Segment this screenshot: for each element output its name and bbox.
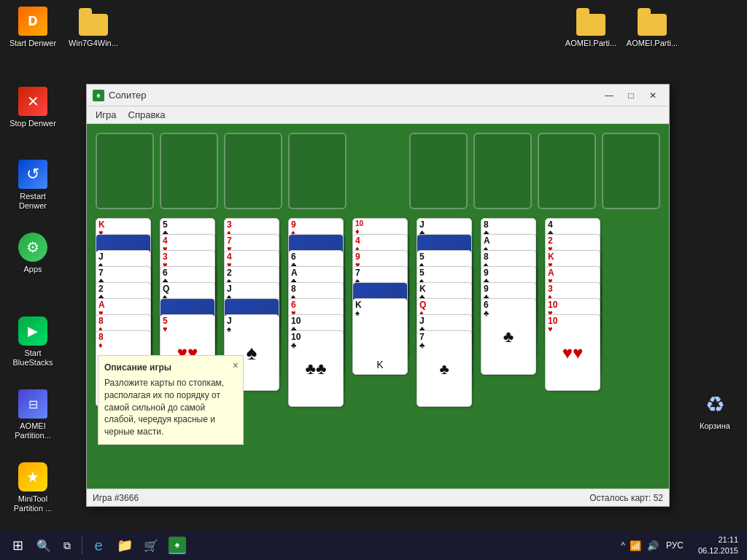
card-column-6: J♣ ♣ 5♠ 5♠ K♣ Q♦	[417, 218, 475, 415]
top-slots-row	[96, 133, 660, 209]
card-8-7[interactable]: 10♥ ♥♥	[545, 314, 600, 391]
store-button[interactable]: 🛒	[138, 531, 164, 560]
desktop-icon-aomei1-label: AOMEI.Parti...	[565, 39, 616, 48]
maximize-button[interactable]: □	[621, 88, 641, 104]
desktop-icon-minitool-label: MiniTool Partition ...	[7, 494, 59, 513]
solitaire-taskbar-button[interactable]: ♠	[164, 531, 190, 560]
card-7-6[interactable]: 6♣ ♣	[481, 298, 536, 375]
window-title: Солитер	[109, 90, 599, 101]
desktop-icon-stop-denwer[interactable]: ✕ Stop Denwer	[4, 84, 62, 131]
system-tray: ^ 📶 🔊 РУС	[615, 539, 692, 553]
tooltip-box: Описание игры × Разложите карты по стопк…	[98, 355, 244, 445]
desktop-icon-restart-denwer-label: Restart Denwer	[7, 192, 59, 211]
card-column-8: 4♣ 2♥ K♥ A♥ 3♦ 10♥	[545, 218, 603, 408]
solitaire-window-icon: ♠	[93, 90, 104, 101]
menu-help[interactable]: Справка	[123, 108, 171, 122]
desktop-icon-apps-label: Apps	[23, 265, 42, 274]
solitaire-window: ♠ Солитер — □ ✕ Игра Справка	[86, 84, 670, 507]
foundation-slot-3[interactable]	[224, 133, 282, 209]
task-view-button[interactable]: ⧉	[55, 531, 79, 560]
foundation-slot-1[interactable]	[96, 133, 154, 209]
internet-explorer-button[interactable]: e	[85, 531, 112, 560]
desktop-icon-start-denwer[interactable]: D Start Denwer	[4, 4, 62, 51]
desktop-icon-minitool[interactable]: ★ MiniTool Partition ...	[4, 459, 62, 516]
taskbar-clock[interactable]: 21:11 06.12.2015	[692, 534, 744, 557]
desktop-icon-restart-denwer[interactable]: ↺ Restart Denwer	[4, 157, 62, 214]
tooltip-text: Разложите карты по стопкам, располагая и…	[104, 377, 237, 438]
desktop: D Start Denwer Win7G4Win... AOMEI.Parti.…	[0, 0, 747, 560]
desktop-icon-aomei-1[interactable]: AOMEI.Parti...	[562, 4, 620, 51]
card-6-8[interactable]: 7♣ ♣	[417, 330, 472, 407]
tooltip-close-button[interactable]: ×	[233, 359, 239, 373]
desktop-icon-bluestacks-label: Start BlueStacks	[7, 349, 59, 368]
desktop-icon-apps[interactable]: ⚙ Apps	[4, 230, 62, 277]
window-menubar: Игра Справка	[87, 106, 669, 124]
foundation-slot-4[interactable]	[288, 133, 347, 209]
search-button[interactable]: 🔍	[32, 531, 55, 560]
card-column-4: 9♦ ♦ 6♣ A♣ 8♠ 6♥	[288, 218, 347, 415]
tableau-slot-2[interactable]	[473, 133, 532, 209]
status-bar: Игра #3666 Осталось карт: 52	[87, 489, 669, 506]
desktop-icon-aomei-partition-label: AOMEI Partition...	[7, 421, 59, 440]
card-column-5: 10♦ ♦ 4♦ 9♥ 7♠ K♠	[352, 218, 411, 393]
desktop-icon-recycle[interactable]: ♻ Корзина	[686, 386, 744, 434]
card-column-7: 8♣ ♣ A♠ 8♠ 9♣ 9♣ 6	[481, 218, 539, 393]
desktop-icon-aomei2-label: AOMEI.Parti...	[627, 39, 678, 48]
desktop-icon-win7g4win-label: Win7G4Win...	[69, 39, 118, 48]
desktop-icon-aomei-partition[interactable]: ⊟ AOMEI Partition...	[4, 386, 62, 443]
taskbar: ⊞ 🔍 ⧉ e 📁 🛒 ♠ ^ 📶 🔊 РУС 21:11 06.12.2015	[0, 531, 747, 560]
cards-left: Осталось карт: 52	[589, 493, 663, 503]
window-titlebar: ♠ Солитер — □ ✕	[87, 85, 669, 106]
menu-game[interactable]: Игра	[90, 108, 123, 122]
window-controls: — □ ✕	[599, 88, 663, 104]
foundation-slot-2[interactable]	[160, 133, 218, 209]
card-4-8[interactable]: 10♣ ♣♣	[288, 330, 344, 407]
minimize-button[interactable]: —	[599, 88, 619, 104]
file-explorer-button[interactable]: 📁	[112, 531, 138, 560]
clock-date: 06.12.2015	[698, 545, 738, 556]
tray-volume-icon[interactable]: 🔊	[646, 539, 660, 553]
card-5-6[interactable]: K♠ K	[352, 298, 408, 375]
desktop-icon-recycle-label: Корзина	[700, 421, 730, 431]
desktop-icon-bluestacks[interactable]: ▶ Start BlueStacks	[4, 314, 62, 370]
game-number: Игра #3666	[93, 493, 139, 503]
tooltip-title: Описание игры	[104, 362, 237, 374]
close-button[interactable]: ✕	[643, 88, 663, 104]
desktop-icon-aomei-2[interactable]: AOMEI.Parti...	[623, 4, 681, 51]
desktop-icon-win7g4win[interactable]: Win7G4Win...	[64, 4, 123, 51]
tableau-slot-4[interactable]	[602, 133, 660, 209]
clock-time: 21:11	[698, 534, 738, 545]
start-button[interactable]: ⊞	[3, 531, 32, 560]
desktop-icon-start-denwer-label: Start Denwer	[9, 39, 56, 48]
tableau-slot-3[interactable]	[538, 133, 596, 209]
tray-expand-button[interactable]: ^	[621, 540, 625, 551]
tray-network-icon[interactable]: 📶	[628, 539, 643, 553]
tray-language[interactable]: РУС	[663, 540, 686, 551]
game-area: K♥ ♥ J♠ ♠ 7♣ ♣ 2♣	[87, 124, 669, 489]
tableau-slot-1[interactable]	[409, 133, 468, 209]
desktop-icon-stop-denwer-label: Stop Denwer	[9, 119, 56, 128]
